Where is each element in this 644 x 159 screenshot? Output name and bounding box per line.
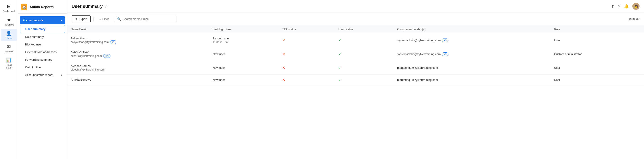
users-icon: 👤 (6, 31, 12, 36)
menu-item-role-summary[interactable]: Role summary (20, 33, 65, 41)
tfa-cross-icon: ✕ (282, 38, 285, 42)
user-email: akbar@zylkertraining.com+29 (71, 54, 206, 58)
tfa-status-cell: ✕ (278, 61, 335, 75)
notifications-icon[interactable]: 🔔 (624, 4, 629, 9)
role-cell: Custom administrator (550, 47, 644, 61)
group-name: systemadmin@zylkertraining.com+3 (397, 39, 448, 42)
group-name: marketing1@zylkertraining.com (397, 66, 438, 69)
export-icon: ⬆ (75, 17, 78, 21)
user-summary-table: Name/Email Last login time TFA status Us… (67, 25, 644, 85)
login-time: New user (212, 78, 275, 82)
last-login-cell: New user (209, 61, 278, 75)
account-reports-group: Account reports ▾ User summary Role summ… (18, 16, 67, 79)
emailstats-icon: 📊 (6, 57, 12, 63)
col-group-membership: Group membership(s) (394, 25, 550, 33)
help-icon[interactable]: ? (618, 4, 620, 9)
app-icon: 🏠 (21, 4, 27, 10)
menu-item-forwarding-summary[interactable]: Forwarding summary (20, 56, 65, 63)
user-status-cell: ✓ (335, 75, 394, 85)
group-membership-cell: marketing1@zylkertraining.com (394, 61, 550, 75)
role-cell: User (550, 61, 644, 75)
user-name: Aaliya Khan (71, 37, 206, 40)
dashboard-label: Dashboard (3, 10, 15, 13)
col-last-login: Last login time (209, 25, 278, 33)
name-email-cell: Aleesha James aleesha@zylkertraining.com (67, 61, 209, 75)
top-bar: User summary ☆ ⬆ ? 🔔 👩 (67, 0, 644, 13)
filter-icon: ▽ (99, 17, 101, 21)
group-name: systemadmin@zylkertraining.com+2 (397, 52, 448, 56)
tfa-status-cell: ✕ (278, 47, 335, 61)
sidebar-item-mailbox[interactable]: ✉ Mailbox (1, 42, 17, 55)
mailbox-icon: ✉ (7, 44, 11, 49)
tfa-cross-icon: ✕ (282, 78, 285, 82)
menu-item-blocked-user[interactable]: Blocked user (20, 41, 65, 48)
favorite-star-icon[interactable]: ☆ (104, 4, 108, 9)
dashboard-icon: ⊞ (7, 4, 11, 9)
menu-item-external-from[interactable]: External from addresses (20, 48, 65, 56)
login-date: 11/8/22 10:46 (212, 41, 275, 44)
toolbar: ⬆ Export ▽ Filter 🔍 Total: 30 (67, 13, 644, 25)
tfa-status-cell: ✕ (278, 75, 335, 85)
chevron-down-icon: ▾ (61, 19, 62, 22)
role-cell: User (550, 33, 644, 47)
filter-button[interactable]: ▽ Filter (96, 16, 112, 22)
sidebar-item-favorites[interactable]: ★ Favorites (1, 15, 17, 28)
top-bar-right: ⬆ ? 🔔 👩 (611, 3, 640, 10)
table-container: Name/Email Last login time TFA status Us… (67, 25, 644, 159)
upload-icon[interactable]: ⬆ (611, 4, 614, 9)
favorites-label: Favorites (4, 23, 14, 26)
last-login-cell: 1 month ago11/8/22 10:46 (209, 33, 278, 47)
email-badge[interactable]: +1 (110, 40, 116, 44)
user-status-cell: ✓ (335, 47, 394, 61)
search-box[interactable]: 🔍 (114, 16, 177, 22)
table-header: Name/Email Last login time TFA status Us… (67, 25, 644, 33)
email-badge[interactable]: +29 (103, 54, 111, 58)
sidebar-item-users[interactable]: 👤 Users (1, 29, 17, 41)
chevron-right-icon: › (61, 73, 62, 77)
table-row: Akbar Zulfikar akbar@zylkertraining.com+… (67, 47, 644, 61)
favorites-icon: ★ (7, 17, 11, 22)
col-role: Role (550, 25, 644, 33)
total-count: Total: 30 (628, 17, 640, 21)
col-name-email: Name/Email (67, 25, 209, 33)
table-body: Aaliya Khan aaliya.khan@zylkertraining.c… (67, 33, 644, 85)
name-email-cell: Aaliya Khan aaliya.khan@zylkertraining.c… (67, 33, 209, 47)
table-row: Aleesha James aleesha@zylkertraining.com… (67, 61, 644, 75)
toolbar-divider (93, 17, 94, 21)
page-title: User summary (72, 4, 103, 9)
login-time: New user (212, 52, 275, 56)
menu-item-out-of-office[interactable]: Out of office (20, 64, 65, 71)
col-tfa: TFA status (278, 25, 335, 33)
users-label: Users (6, 37, 12, 39)
sidebar-item-emailstats[interactable]: 📊 Email stats (1, 56, 17, 71)
table-row: Aaliya Khan aaliya.khan@zylkertraining.c… (67, 33, 644, 47)
group-membership-cell: systemadmin@zylkertraining.com+3 (394, 33, 550, 47)
user-email: aleesha@zylkertraining.com (71, 68, 206, 71)
left-navigation: ⊞ Dashboard ★ Favorites 👤 Users ✉ Mailbo… (0, 0, 18, 159)
user-status-cell: ✓ (335, 33, 394, 47)
user-name: Amelia Burrows (71, 78, 206, 81)
search-input[interactable] (122, 17, 174, 21)
group-badge[interactable]: +2 (442, 52, 448, 56)
export-button[interactable]: ⬆ Export (72, 16, 91, 22)
sidebar-item-dashboard[interactable]: ⊞ Dashboard (1, 2, 17, 14)
name-email-cell: Akbar Zulfikar akbar@zylkertraining.com+… (67, 47, 209, 61)
last-login-cell: New user (209, 75, 278, 85)
account-reports-header[interactable]: Account reports ▾ (20, 16, 65, 24)
account-reports-label: Account reports (23, 19, 43, 22)
login-time: New user (212, 66, 275, 69)
group-badge[interactable]: +3 (442, 39, 448, 42)
user-status-cell: ✓ (335, 61, 394, 75)
menu-item-user-summary[interactable]: User summary (20, 25, 65, 33)
app-header: 🏠 Admin Reports (18, 0, 67, 14)
name-email-cell: Amelia Burrows (67, 75, 209, 85)
avatar[interactable]: 👩 (632, 3, 640, 10)
status-check-icon: ✓ (338, 38, 341, 42)
app-title: Admin Reports (30, 5, 54, 9)
user-name: Akbar Zulfikar (71, 50, 206, 54)
last-login-cell: New user (209, 47, 278, 61)
user-name: Aleesha James (71, 64, 206, 68)
group-membership-cell: systemadmin@zylkertraining.com+2 (394, 47, 550, 61)
tfa-status-cell: ✕ (278, 33, 335, 47)
menu-item-account-status[interactable]: Account status report › (20, 71, 65, 79)
